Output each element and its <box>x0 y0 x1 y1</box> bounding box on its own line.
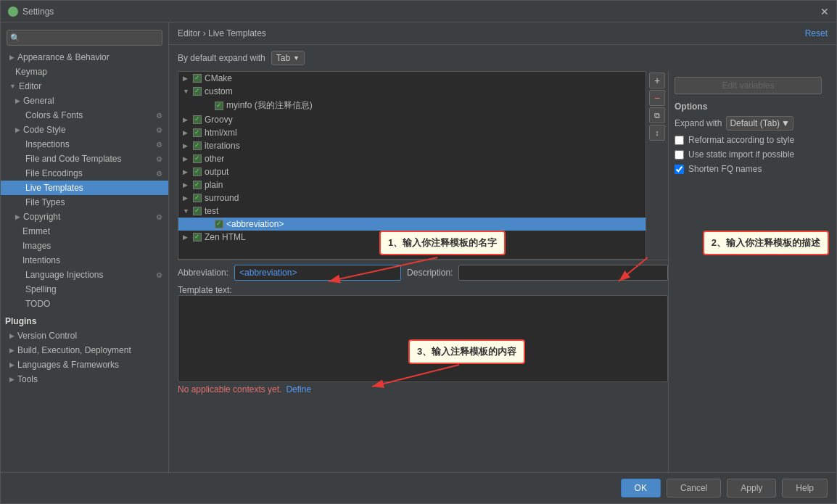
expand-with-dropdown[interactable]: Default (Tab) ▼ <box>726 116 793 131</box>
template-item-abbreviation[interactable]: <abbreviation> <box>178 218 646 231</box>
annotation-2-text: 2、输入你注释模板的描述 <box>712 237 820 248</box>
search-icon: 🔍 <box>10 33 20 43</box>
checkbox-myinfo[interactable] <box>215 102 223 110</box>
cancel-button[interactable]: Cancel <box>667 479 721 497</box>
sidebar-item-editor[interactable]: ▼ Editor <box>1 79 168 94</box>
template-group-surround[interactable]: ▶ surround <box>178 191 646 205</box>
description-input[interactable] <box>458 265 668 281</box>
sidebar-item-plugins-header: Plugins <box>1 314 168 329</box>
sidebar-item-label: Languages & Frameworks <box>17 360 119 370</box>
checkbox-plain[interactable] <box>193 181 202 189</box>
sidebar-item-inspections[interactable]: Inspections ⚙ <box>1 137 168 152</box>
template-group-output[interactable]: ▶ output <box>178 165 646 178</box>
copy-template-button[interactable]: ⧉ <box>649 107 665 123</box>
expand-arrow: ▶ <box>9 54 15 61</box>
dialog-footer: OK Cancel Apply Help <box>1 472 836 503</box>
template-group-cmake[interactable]: ▶ CMake <box>178 72 646 85</box>
sidebar-item-images[interactable]: Images <box>1 239 168 253</box>
expand-arrow: ▶ <box>183 116 190 123</box>
template-textarea[interactable] <box>178 295 668 382</box>
expand-arrow: ▼ <box>183 88 190 95</box>
checkbox-custom[interactable] <box>193 87 202 96</box>
sidebar-item-intentions[interactable]: Intentions <box>1 253 168 268</box>
template-item-myinfo[interactable]: myinfo (我的注释信息) <box>178 98 646 113</box>
reformat-label: Reformat according to style <box>688 135 794 145</box>
static-import-checkbox[interactable] <box>675 150 684 160</box>
help-button[interactable]: Help <box>782 479 828 497</box>
sidebar-item-keymap[interactable]: Keymap <box>1 65 168 79</box>
apply-button[interactable]: Apply <box>727 479 776 497</box>
gear-icon: ⚙ <box>156 213 162 221</box>
abbreviation-input[interactable] <box>234 265 401 281</box>
context-row: No applicable contexts yet. Define <box>178 384 668 394</box>
checkbox-cmake[interactable] <box>193 74 202 83</box>
checkbox-zenhtml[interactable] <box>193 233 202 241</box>
template-label: myinfo (我的注释信息) <box>226 99 313 112</box>
checkbox-output[interactable] <box>193 168 202 176</box>
search-input[interactable] <box>7 30 162 46</box>
sidebar-item-tools[interactable]: ▶ Tools <box>1 372 168 387</box>
sidebar-item-todo[interactable]: TODO <box>1 297 168 311</box>
sidebar-item-emmet[interactable]: Emmet <box>1 224 168 239</box>
expand-arrow: ▶ <box>15 213 20 220</box>
template-group-test[interactable]: ▼ test <box>178 205 646 218</box>
sidebar-item-general[interactable]: ▶ General <box>1 94 168 108</box>
sidebar-item-colors[interactable]: Colors & Fonts ⚙ <box>1 108 168 123</box>
sidebar-item-langinjections[interactable]: Language Injections ⚙ <box>1 268 168 282</box>
sidebar-item-appearance[interactable]: ▶ Appearance & Behavior <box>1 50 168 65</box>
sidebar-item-vcs[interactable]: ▶ Version Control <box>1 329 168 343</box>
checkbox-surround[interactable] <box>193 194 202 202</box>
sidebar-item-langs[interactable]: ▶ Languages & Frameworks <box>1 358 168 372</box>
sidebar-item-label: Appearance & Behavior <box>17 52 110 62</box>
close-button[interactable]: ✕ <box>820 6 829 17</box>
annotation-3-text: 3、输入注释模板的内容 <box>417 346 516 357</box>
checkbox-htmlxml[interactable] <box>193 128 202 137</box>
template-group-htmlxml[interactable]: ▶ html/xml <box>178 126 646 139</box>
reformat-checkbox[interactable] <box>675 136 684 145</box>
checkbox-groovy[interactable] <box>193 115 202 124</box>
checkbox-iterations[interactable] <box>193 141 202 150</box>
template-label: <abbreviation> <box>226 219 284 229</box>
checkbox-test[interactable] <box>193 207 202 215</box>
sidebar-item-fileencodings[interactable]: File Encodings ⚙ <box>1 166 168 181</box>
checkbox-abbreviation[interactable] <box>215 220 223 228</box>
template-text-row: Template text: <box>178 285 668 295</box>
description-label: Description: <box>407 268 453 278</box>
template-label: Groovy <box>205 115 233 125</box>
options-label: Options <box>675 102 822 112</box>
checkbox-other[interactable] <box>193 154 202 163</box>
move-template-button[interactable]: ↕ <box>649 125 665 141</box>
left-content: ▶ CMake ▼ custom <box>178 71 668 472</box>
expand-arrow: ▶ <box>9 332 15 339</box>
template-group-iterations[interactable]: ▶ iterations <box>178 139 646 152</box>
template-text-label: Template text: <box>178 285 232 295</box>
shorten-fq-checkbox[interactable] <box>675 165 684 174</box>
template-group-custom[interactable]: ▼ custom <box>178 85 646 98</box>
sidebar-item-filetypes[interactable]: File Types <box>1 195 168 210</box>
expand-arrow: ▼ <box>183 207 190 215</box>
sidebar-item-label: File and Code Templates <box>25 154 122 164</box>
ok-button[interactable]: OK <box>621 479 661 497</box>
template-group-groovy[interactable]: ▶ Groovy <box>178 113 646 126</box>
context-define-link[interactable]: Define <box>286 384 311 394</box>
sidebar-item-livetemplates[interactable]: Live Templates <box>1 181 168 195</box>
sidebar-item-label: TODO <box>25 299 50 309</box>
sidebar-item-build[interactable]: ▶ Build, Execution, Deployment <box>1 343 168 358</box>
sidebar-item-spelling[interactable]: Spelling <box>1 282 168 297</box>
right-options-panel: Edit variables Options Expand with Defau… <box>668 71 828 472</box>
edit-variables-button[interactable]: Edit variables <box>675 77 822 94</box>
template-group-plain[interactable]: ▶ plain <box>178 178 646 191</box>
template-group-other[interactable]: ▶ other <box>178 152 646 165</box>
sidebar-item-filetemplates[interactable]: File and Code Templates ⚙ <box>1 152 168 166</box>
app-icon <box>8 7 18 17</box>
expand-dropdown[interactable]: Tab ▼ <box>271 51 305 65</box>
breadcrumb: Editor › Live Templates <box>178 28 266 38</box>
window-title: Settings <box>22 7 54 17</box>
expand-arrow: ▶ <box>183 181 190 189</box>
add-template-button[interactable]: + <box>649 73 665 88</box>
sidebar-item-copyright[interactable]: ▶ Copyright ⚙ <box>1 210 168 224</box>
sidebar: 🔍 ▶ Appearance & Behavior Keymap ▼ Edito… <box>1 22 169 472</box>
reset-link[interactable]: Reset <box>805 28 828 38</box>
sidebar-item-codestyle[interactable]: ▶ Code Style ⚙ <box>1 123 168 137</box>
remove-template-button[interactable]: − <box>649 90 665 106</box>
